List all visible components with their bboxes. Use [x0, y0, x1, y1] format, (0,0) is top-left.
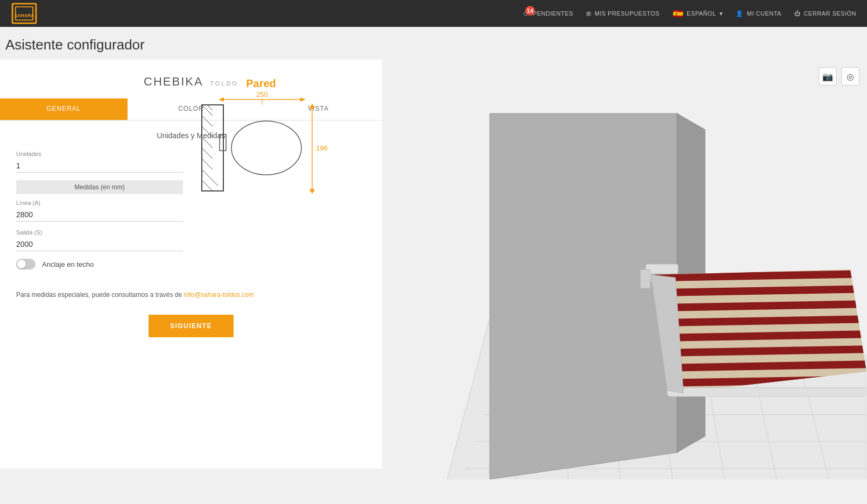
svg-line-14 — [202, 180, 213, 191]
svg-marker-23 — [310, 103, 314, 109]
svg-line-7 — [202, 105, 213, 116]
svg-marker-25 — [218, 97, 224, 102]
logo[interactable]: SAHARA — [11, 3, 38, 24]
anclaje-label: Anclaje en techo — [42, 260, 94, 268]
cerrar-nav[interactable]: ⏻ CERRAR SESIÓN — [794, 10, 856, 17]
cuenta-label: MI CUENTA — [747, 10, 781, 17]
siguiente-button[interactable]: SIGUIENTE — [149, 315, 234, 337]
person-icon: 👤 — [736, 10, 744, 17]
note-static: Para medidas especiales, puede consultar… — [16, 291, 184, 299]
left-form: Unidades Medidas (en mm) Línea (A) Salid… — [16, 151, 183, 269]
presupuestos-label: MIS PRESUPUESTOS — [595, 10, 660, 17]
salida-input[interactable] — [16, 238, 183, 251]
unidades-label: Unidades — [16, 151, 183, 157]
svg-marker-24 — [310, 189, 314, 194]
cuenta-nav[interactable]: 👤 MI CUENTA — [736, 10, 781, 17]
salida-label: Salida (S) — [16, 229, 183, 236]
flag-icon: 🇪🇸 — [673, 9, 684, 19]
navbar: SAHARA ⏱ 14 PENDIENTES ⊞ MIS PRESUPUESTO… — [0, 0, 867, 27]
content-row: Unidades Medidas (en mm) Línea (A) Salid… — [16, 151, 366, 269]
svg-line-12 — [202, 159, 213, 169]
svg-line-15 — [207, 105, 213, 110]
medidas-label: Medidas (en mm) — [16, 180, 183, 194]
svg-line-9 — [202, 126, 213, 137]
target-icon: ◎ — [847, 72, 854, 82]
svg-line-11 — [202, 148, 213, 159]
unidades-group: Unidades — [16, 151, 183, 173]
pendientes-label: PENDIENTES — [533, 10, 573, 17]
camera-icon: 📷 — [822, 72, 833, 82]
grid-icon: ⊞ — [586, 10, 591, 17]
main-layout: CHEBIKA TOLDO GENERAL COLOR VISTA Unidad… — [0, 60, 867, 479]
linea-label: Línea (A) — [16, 200, 183, 206]
svg-rect-44 — [640, 269, 650, 288]
svg-marker-26 — [300, 97, 306, 102]
svg-point-18 — [231, 121, 301, 175]
language-nav[interactable]: 🇪🇸 ESPAÑOL ▾ — [673, 9, 723, 19]
svg-line-16 — [213, 180, 218, 186]
tab-content-general: Unidades y Medidas Unidades Medidas (en … — [0, 120, 382, 348]
svg-line-10 — [202, 137, 213, 148]
page-title: Asistente configurador — [0, 27, 867, 60]
linea-input[interactable] — [16, 208, 183, 222]
scene-3d — [382, 60, 866, 479]
language-label: ESPAÑOL — [687, 10, 716, 17]
diagram-area: Pared 250 — [183, 75, 361, 269]
pendientes-nav[interactable]: ⏱ 14 PENDIENTES — [523, 10, 573, 17]
anclaje-row: Anclaje en techo — [16, 259, 183, 269]
viewer-controls: 📷 ◎ — [819, 67, 859, 86]
salida-group: Salida (S) — [16, 229, 183, 251]
tab-general[interactable]: GENERAL — [0, 98, 128, 120]
screenshot-button[interactable]: 📷 — [819, 67, 837, 86]
cerrar-label: CERRAR SESIÓN — [803, 10, 856, 17]
presupuestos-nav[interactable]: ⊞ MIS PRESUPUESTOS — [586, 10, 659, 17]
linea-group: Línea (A) — [16, 200, 183, 222]
unidades-input[interactable] — [16, 159, 183, 173]
target-button[interactable]: ◎ — [841, 67, 859, 86]
wall-shape — [490, 113, 678, 479]
svg-text:SAHARA: SAHARA — [15, 13, 34, 18]
svg-line-13 — [202, 169, 213, 180]
config-panel: CHEBIKA TOLDO GENERAL COLOR VISTA Unidad… — [0, 60, 382, 468]
note-email[interactable]: info@sahara-toldos.com — [184, 291, 254, 299]
svg-rect-43 — [646, 264, 678, 274]
diagram-svg: Pared 250 — [183, 75, 339, 199]
pendientes-badge: 14 — [525, 6, 535, 16]
viewer-area: 📷 ◎ — [382, 60, 867, 479]
navbar-right: ⏱ 14 PENDIENTES ⊞ MIS PRESUPUESTOS 🇪🇸 ES… — [523, 9, 856, 19]
note-text: Para medidas especiales, puede consultar… — [16, 286, 366, 299]
svg-line-8 — [202, 116, 213, 126]
svg-text:Pared: Pared — [246, 77, 276, 89]
svg-text:196: 196 — [316, 144, 328, 152]
svg-text:250: 250 — [256, 90, 268, 98]
awning-front-bar — [667, 388, 866, 396]
chevron-down-icon: ▾ — [720, 10, 723, 17]
anclaje-toggle[interactable] — [16, 259, 36, 269]
power-icon: ⏻ — [794, 10, 801, 17]
